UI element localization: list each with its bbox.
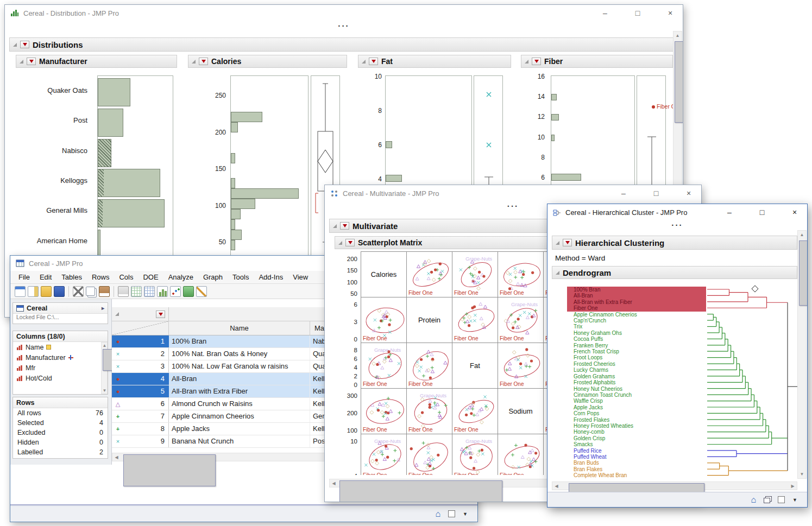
minimize-icon[interactable]: –	[601, 5, 609, 21]
column-item[interactable]: Manufacturer	[13, 352, 108, 363]
menu-item[interactable]: Tables	[56, 271, 87, 283]
scatter-cell[interactable]: Grape-NutsFiber One	[361, 343, 407, 389]
scatter-cell[interactable]: Fiber One	[498, 252, 544, 297]
collapse-icon[interactable]	[556, 241, 559, 245]
row-marker-cell[interactable]: ●	[112, 373, 124, 385]
cluster-item[interactable]: Corn Pops	[567, 410, 706, 416]
red-triangle-menu-icon[interactable]	[345, 239, 355, 246]
row-stat[interactable]: Labelled 2	[13, 447, 108, 457]
cluster-item[interactable]: Golden Grahams	[567, 373, 706, 379]
histogram-bar[interactable]	[231, 122, 238, 132]
column-item[interactable]: Hot/Cold	[13, 373, 108, 383]
scroll-up-icon[interactable]: ▲	[102, 343, 108, 348]
red-triangle-menu-icon[interactable]	[369, 58, 378, 65]
scatter-cell[interactable]: Grape-NutsFiber One	[452, 252, 498, 297]
maximize-icon[interactable]: □	[634, 5, 641, 21]
red-triangle-menu-icon[interactable]	[532, 58, 541, 65]
row-marker-cell[interactable]: △	[112, 398, 124, 410]
save-icon[interactable]	[54, 286, 65, 297]
row-number-cell[interactable]: 8	[124, 423, 169, 435]
cluster-item[interactable]: Trix	[567, 324, 706, 329]
name-cell[interactable]: Almond Crunch w Raisins	[169, 398, 310, 410]
cluster-titlebar[interactable]: Cereal - Hierarchical Cluster - JMP Pro …	[547, 204, 807, 220]
bar[interactable]	[98, 199, 165, 227]
red-triangle-menu-icon[interactable]	[27, 58, 36, 65]
matrix-diagonal-cell[interactable]: Sodium	[498, 389, 544, 434]
cluster-item[interactable]: Bran Buds	[567, 460, 706, 466]
home-icon[interactable]: ⌂	[751, 496, 756, 504]
scroll-right-icon[interactable]: ▶	[789, 482, 797, 490]
journal-icon[interactable]	[131, 286, 142, 297]
bar[interactable]	[98, 109, 123, 137]
maximize-box-icon[interactable]	[778, 496, 785, 503]
name-cell[interactable]: Apple Cinnamon Cheerios	[169, 410, 310, 422]
manufacturer-bar-chart[interactable]	[97, 75, 173, 256]
name-column-header[interactable]: Name	[169, 321, 310, 335]
cluster-item[interactable]: Frosted Cheerios	[567, 361, 706, 367]
paste-icon[interactable]	[99, 286, 110, 297]
histogram-bar[interactable]	[231, 230, 242, 240]
scroll-down-icon[interactable]: ▼	[798, 470, 806, 478]
row-marker-cell[interactable]: +	[112, 410, 124, 422]
collapse-icon[interactable]	[115, 312, 119, 316]
histogram-bar[interactable]	[551, 135, 555, 141]
menu-item[interactable]: View	[288, 271, 313, 283]
table-red-triangle-icon[interactable]	[156, 310, 165, 318]
row-number-cell[interactable]: 4	[124, 373, 169, 385]
collapse-icon[interactable]	[13, 43, 17, 47]
drag-grip[interactable]: ...	[547, 220, 807, 229]
histogram-bar[interactable]	[386, 141, 392, 148]
menu-item[interactable]: Rows	[87, 271, 115, 283]
close-icon[interactable]: ×	[791, 204, 798, 220]
cluster-item[interactable]: French Toast Crisp	[567, 348, 706, 354]
bar[interactable]	[98, 139, 111, 167]
row-marker-cell[interactable]: ×	[112, 348, 124, 360]
row-marker-cell[interactable]: ×	[112, 360, 124, 372]
menu-item[interactable]: File	[14, 271, 35, 283]
row-marker-cell[interactable]: +	[112, 423, 124, 435]
menu-item[interactable]: Tools	[228, 271, 254, 283]
scatter-cell[interactable]: Fiber One	[452, 389, 498, 434]
name-cell[interactable]: 100% Bran	[169, 335, 310, 347]
drag-grip[interactable]: ...	[5, 21, 683, 29]
column-item[interactable]: Name	[13, 342, 108, 352]
column-item[interactable]: Mfr	[13, 363, 108, 373]
row-number-cell[interactable]: 3	[124, 360, 169, 372]
cluster-item[interactable]: Complete Wheat Bran	[567, 472, 706, 478]
row-number-cell[interactable]: 7	[124, 410, 169, 422]
scatter-cell[interactable]: Grape-NutsFiber One	[498, 297, 544, 343]
row-number-cell[interactable]: 9	[124, 435, 169, 447]
row-stat[interactable]: Selected 4	[13, 418, 108, 428]
histogram-bar[interactable]	[231, 178, 235, 188]
cluster-item[interactable]: Puffed Wheat	[567, 454, 706, 460]
cluster-item[interactable]: Bran Flakes	[567, 466, 706, 472]
scroll-thumb[interactable]	[799, 240, 808, 306]
cluster-item[interactable]: Cocoa Puffs	[567, 336, 706, 342]
scroll-left-icon[interactable]: ◀	[112, 453, 121, 461]
collapse-icon[interactable]	[362, 60, 366, 64]
distribution-icon[interactable]	[157, 286, 168, 297]
cluster-item[interactable]: Frosted Alphabits	[567, 379, 706, 385]
row-stat[interactable]: Excluded 0	[13, 428, 108, 438]
launch-platform-icon[interactable]	[183, 286, 194, 297]
cluster-item[interactable]: Honey-comb	[567, 429, 706, 435]
histogram-bar[interactable]	[386, 175, 402, 182]
histogram-bar[interactable]	[231, 153, 235, 163]
maximize-icon[interactable]: □	[758, 204, 766, 220]
cluster-item[interactable]: Apple Jacks	[567, 404, 706, 410]
name-cell[interactable]: All-Bran	[169, 373, 310, 385]
menu-item[interactable]: DOE	[138, 271, 163, 283]
separator[interactable]	[68, 286, 69, 297]
columns-scrollbar[interactable]: ▲ ▼	[101, 342, 108, 394]
cluster-item[interactable]: Apple Cinnamon Cheerios	[567, 312, 706, 318]
name-cell[interactable]: Banana Nut Crunch	[169, 435, 310, 447]
calories-histogram[interactable]	[230, 75, 309, 256]
collapse-icon[interactable]	[556, 271, 559, 275]
cluster-item[interactable]: Franken Berry	[567, 343, 706, 348]
scatter-cell[interactable]: Grape-NutsFiber One	[361, 434, 407, 475]
collapse-icon[interactable]	[333, 224, 337, 228]
scatter-cell[interactable]: Fiber One	[452, 297, 498, 343]
collapse-icon[interactable]	[192, 60, 196, 64]
scatter-cell[interactable]: Fiber One	[407, 343, 452, 389]
scroll-thumb[interactable]	[675, 41, 683, 123]
